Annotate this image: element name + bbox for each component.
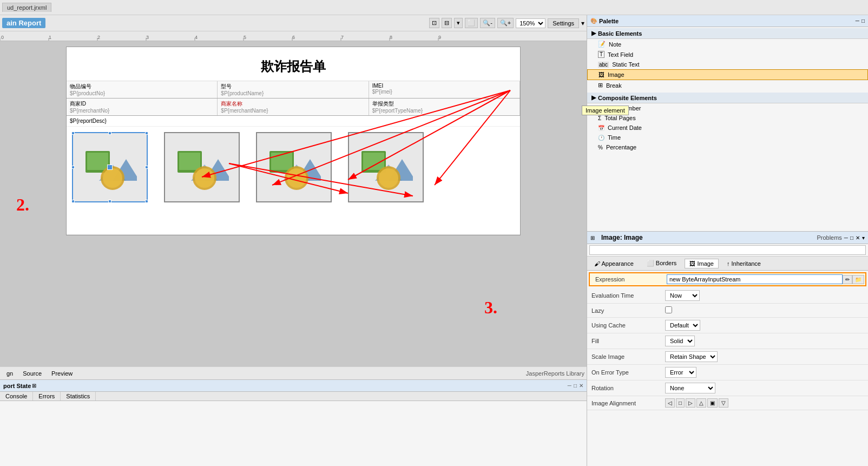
rs-tab-errors[interactable]: Errors	[33, 392, 61, 401]
palette-item-textfield[interactable]: T Text Field	[587, 49, 868, 60]
palette-section-composite-header[interactable]: ▶ Composite Elements	[587, 93, 868, 103]
props-close-btn[interactable]: ✕	[856, 235, 860, 241]
fill-select[interactable]: Solid	[665, 336, 695, 346]
inheritance-icon: ↑	[727, 260, 730, 267]
zoom-out-btn[interactable]: 🔍-	[480, 18, 495, 28]
rs-minimize-btn[interactable]: ─	[568, 383, 571, 389]
palette-maximize-btn[interactable]: □	[862, 18, 865, 24]
expression-edit-btn[interactable]: ✏	[843, 275, 852, 284]
palette-section-composite: ▶ Composite Elements # Page Number Σ Tot…	[587, 91, 868, 153]
props-minimize-btn[interactable]: ─	[844, 235, 848, 241]
handle-tl[interactable]	[71, 132, 75, 135]
handle-bl[interactable]	[71, 200, 75, 203]
svg-text:0: 0	[1, 35, 4, 40]
lazy-label: Lazy	[587, 306, 663, 315]
palette-item-statictext[interactable]: abc Static Text	[587, 60, 868, 69]
handle-tm[interactable]	[108, 132, 111, 135]
handle-ml[interactable]	[71, 166, 75, 169]
zoom-dropdown-btn[interactable]: ▾	[454, 18, 463, 28]
tab-image[interactable]: 🖼 Image	[685, 259, 719, 268]
fit-page-btn[interactable]: ⊡	[429, 18, 439, 28]
align-center-btn[interactable]: □	[676, 398, 685, 408]
props-search-row	[587, 244, 868, 257]
right-panel: 🎨 Palette ─ □ ▶ Basic Elements 📝 Note	[587, 15, 868, 466]
canvas-area: 2.	[0, 41, 587, 366]
lazy-checkbox[interactable]	[665, 306, 672, 313]
rs-maximize-btn[interactable]: □	[574, 383, 577, 389]
props-panel-controls: Problems ─ □ ✕ ▾	[813, 232, 868, 244]
file-tab[interactable]: ud_report.jrxml	[2, 3, 51, 12]
tab-source[interactable]: Source	[18, 369, 46, 378]
image-placeholder-3[interactable]	[256, 132, 332, 202]
export-btn[interactable]: ⬜	[465, 18, 478, 28]
header-value-1: $P{productNo}	[70, 90, 214, 96]
rs-tab-console[interactable]: Console	[0, 392, 33, 401]
palette-item-totalpages[interactable]: Σ Total Pages	[587, 113, 868, 123]
palette-item-break[interactable]: ⊞ Break	[587, 80, 868, 90]
settings-btn[interactable]: Settings	[548, 18, 579, 28]
rotation-select[interactable]: None Left Right UpsideDown	[665, 383, 715, 393]
report-state-icon: ⊠	[32, 383, 36, 389]
align-right-btn[interactable]: ▷	[686, 398, 695, 408]
align-left-btn[interactable]: ◁	[665, 398, 675, 408]
sub-cell-1: 商家ID $P{merchantNo}	[67, 99, 218, 115]
sub-headers: 商家ID $P{merchantNo} 商家名称 $P{merchantName…	[67, 99, 520, 116]
sub-value-3: $P{reportTypeName}	[372, 108, 516, 114]
scale-image-value: Retain Shape Clip Fill Frame Real Height…	[663, 350, 868, 363]
tab-borders[interactable]: ⬜ Borders	[642, 258, 682, 268]
scale-image-select[interactable]: Retain Shape Clip Fill Frame Real Height…	[665, 351, 718, 362]
header-cell-1: 物品编号 $P{productNo}	[67, 81, 218, 98]
palette-item-percentage[interactable]: % Percentage	[587, 142, 868, 152]
align-bottom-btn[interactable]: ▽	[719, 398, 728, 408]
report-state-tabs: Console Errors Statistics	[0, 392, 587, 401]
tab-appearance[interactable]: 🖌 Appearance	[589, 259, 639, 268]
zoom-in-btn[interactable]: 🔍+	[497, 18, 514, 28]
palette-item-pagenumber[interactable]: # Page Number	[587, 103, 868, 113]
props-menu-btn[interactable]: ▾	[862, 235, 865, 241]
handle-br[interactable]	[145, 200, 148, 203]
tab-preview[interactable]: Preview	[47, 369, 77, 378]
palette-item-time[interactable]: 🕐 Time	[587, 133, 868, 142]
zoom-select[interactable]: 150%	[516, 18, 545, 28]
statictext-label: Static Text	[612, 61, 640, 68]
currentdate-label: Current Date	[608, 124, 642, 131]
rs-close-btn[interactable]: ✕	[579, 383, 583, 389]
align-top-btn[interactable]: △	[696, 398, 706, 408]
handle-bm[interactable]	[108, 200, 111, 203]
tab-design[interactable]: gn	[2, 369, 17, 378]
percentage-icon: %	[598, 145, 603, 150]
handle-mr[interactable]	[145, 166, 148, 169]
rs-tab-statistics[interactable]: Statistics	[61, 392, 96, 401]
image-placeholder-4[interactable]	[348, 132, 424, 202]
report-page: 欺诈报告单 物品编号 $P{productNo} 型号 $P{productNa…	[66, 47, 521, 235]
svg-point-51	[379, 168, 398, 188]
props-maximize-btn[interactable]: □	[850, 235, 853, 241]
image-icon-1	[83, 143, 137, 192]
palette-item-currentdate[interactable]: 📅 Current Date	[587, 123, 868, 133]
header-value-2: $P{productName}	[221, 90, 365, 96]
palette-minimize-btn[interactable]: ─	[856, 18, 859, 24]
props-search-input[interactable]	[589, 245, 866, 255]
report-title: 欺诈报告单	[261, 59, 326, 74]
evaluation-time-select[interactable]: Now Report Page	[665, 290, 700, 301]
palette-section-basic-label: Basic Elements	[598, 30, 642, 37]
palette-item-note[interactable]: 📝 Note	[587, 39, 868, 49]
fill-value: Solid	[663, 334, 868, 347]
image-placeholder-2[interactable]	[164, 132, 240, 202]
report-state-header: port State ⊠ ─ □ ✕	[0, 380, 587, 392]
palette-item-image[interactable]: 🖼 Image Image element	[587, 69, 868, 80]
fit-width-btn[interactable]: ⊟	[442, 18, 452, 28]
report-state-title: port State	[3, 383, 31, 389]
expression-input[interactable]	[667, 274, 843, 284]
align-middle-btn[interactable]: ▣	[707, 398, 718, 408]
borders-icon: ⬜	[647, 260, 654, 266]
using-cache-select[interactable]: Default Yes No	[665, 320, 700, 331]
palette-section-basic-header[interactable]: ▶ Basic Elements	[587, 28, 868, 39]
jasper-lib-label: JasperReports Library	[526, 370, 584, 377]
image-placeholder-1[interactable]	[72, 132, 148, 202]
tab-inheritance[interactable]: ↑ Inheritance	[722, 259, 766, 268]
handle-tr[interactable]	[145, 132, 148, 135]
on-error-type-select[interactable]: Error Blank Icon	[665, 367, 696, 378]
expression-folder-btn[interactable]: 📁	[852, 275, 864, 284]
props-tab-problems[interactable]: Problems	[817, 234, 841, 241]
